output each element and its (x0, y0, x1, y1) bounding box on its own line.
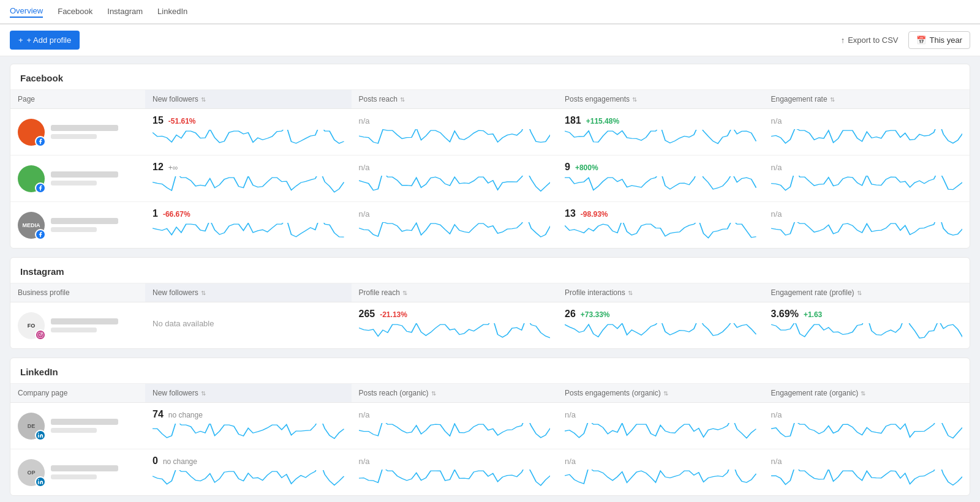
nav-instagram[interactable]: Instagram (107, 7, 143, 17)
main-content: Facebook Page New followers⇅ Posts reach… (0, 56, 980, 502)
metric-value: 3.69% (771, 309, 799, 320)
sparkline-chart (153, 176, 344, 193)
table-row: FO No data available 265 -21.13% 26 +73.… (10, 302, 970, 349)
sort-icon: ⇅ (628, 290, 633, 296)
li-col-engagement-rate[interactable]: Engagement rate (organic)⇅ (764, 384, 970, 403)
ig-col-page: Business profile (10, 283, 145, 302)
sparkline-chart (771, 423, 963, 440)
svg-point-4 (38, 432, 39, 433)
engagement-rate-cell: n/a (764, 155, 970, 202)
sort-icon: ⇅ (830, 96, 835, 103)
ig-col-profile-interactions[interactable]: Profile interactions⇅ (557, 283, 764, 302)
metric-na: n/a (771, 410, 963, 419)
metric-change: +115.48% (586, 117, 619, 126)
page-cell: DE (10, 403, 145, 449)
nav-facebook[interactable]: Facebook (58, 7, 92, 17)
add-profile-label: + Add profile (27, 36, 72, 45)
nav-linkedin[interactable]: LinkedIn (157, 7, 187, 17)
no-data-label: No data available (153, 319, 214, 328)
linkedin-title: LinkedIn (10, 358, 970, 384)
avatar: DE (18, 413, 45, 440)
sort-icon: ⇅ (431, 390, 436, 397)
sparkline-chart (359, 470, 551, 487)
sort-icon: ⇅ (402, 290, 407, 296)
fb-col-posts-engagements[interactable]: Posts engagements⇅ (557, 90, 764, 109)
li-col-posts-reach[interactable]: Posts reach (organic)⇅ (352, 384, 558, 403)
platform-badge (35, 136, 46, 147)
table-row: DE 74 no change n/a n/a n/a (10, 403, 970, 449)
new-followers-cell: 0 no change (145, 449, 352, 496)
table-row: MEDIA 1 -66.67% n/a 13 -98.93% (10, 202, 970, 249)
fb-col-new-followers[interactable]: New followers⇅ (145, 90, 352, 109)
sort-icon: ⇅ (857, 290, 862, 296)
fb-col-posts-reach[interactable]: Posts reach⇅ (352, 90, 558, 109)
platform-badge (35, 476, 46, 487)
page-cell (10, 109, 145, 155)
metric-value: 181 (565, 115, 581, 126)
metric-change: +∞ (168, 163, 178, 172)
metric-value: 15 (153, 115, 164, 126)
facebook-title: Facebook (10, 64, 970, 90)
plus-icon: + (18, 36, 23, 45)
sort-icon: ⇅ (663, 390, 668, 397)
avatar: OP (18, 459, 45, 486)
metric-na: n/a (359, 209, 551, 219)
li-col-new-followers[interactable]: New followers⇅ (145, 384, 352, 403)
svg-point-6 (38, 479, 39, 480)
sparkline-chart (565, 223, 756, 240)
avatar: MEDIA (18, 212, 45, 239)
metric-value: 12 (153, 162, 164, 173)
table-row: OP 0 no change n/a n/a n/a (10, 449, 970, 496)
metric-change: no change (168, 411, 203, 419)
profile-interactions-cell: 26 +73.33% (557, 302, 764, 349)
ig-col-engagement-rate[interactable]: Engagement rate (profile)⇅ (764, 283, 970, 302)
sparkline-chart (359, 323, 551, 340)
toolbar: + + Add profile ↑ Export to CSV 📅 This y… (0, 24, 980, 56)
sparkline-chart (771, 176, 963, 193)
add-profile-button[interactable]: + + Add profile (10, 31, 80, 50)
sparkline-chart (153, 470, 344, 487)
posts-reach-cell: n/a (352, 155, 558, 202)
sparkline-chart (359, 176, 551, 193)
sparkline-chart (771, 323, 963, 340)
metric-change: +800% (575, 163, 598, 172)
metric-na: n/a (359, 163, 551, 172)
instagram-title: Instagram (10, 258, 970, 283)
svg-rect-3 (38, 434, 39, 437)
sparkline-chart (565, 423, 756, 440)
facebook-section: Facebook Page New followers⇅ Posts reach… (10, 64, 970, 249)
svg-point-2 (42, 333, 42, 334)
sparkline-chart (565, 130, 756, 147)
profile-reach-cell: 265 -21.13% (352, 302, 558, 349)
engagement-rate-cell: n/a (764, 449, 970, 496)
metric-change: -98.93% (581, 210, 608, 219)
engagement-rate-cell: n/a (764, 202, 970, 249)
sparkline-chart (153, 130, 344, 147)
table-row: 12 +∞ n/a 9 +800% n/a (10, 155, 970, 202)
sparkline-chart (565, 470, 756, 487)
nav-overview[interactable]: Overview (10, 6, 43, 18)
sparkline-chart (565, 323, 756, 340)
metric-change: -66.67% (163, 210, 190, 219)
page-cell: FO (10, 302, 145, 349)
metric-na: n/a (359, 410, 551, 419)
upload-icon: ↑ (841, 36, 845, 45)
export-csv-button[interactable]: ↑ Export to CSV (841, 36, 899, 45)
ig-col-profile-reach[interactable]: Profile reach⇅ (352, 283, 558, 302)
metric-change: -51.61% (168, 117, 196, 126)
table-row: 15 -51.61% n/a 181 +115.48% n/a (10, 109, 970, 155)
sort-icon: ⇅ (201, 290, 206, 296)
li-col-posts-engagements[interactable]: Posts engagements (organic)⇅ (557, 384, 764, 403)
sparkline-chart (359, 129, 551, 146)
metric-na: n/a (359, 457, 551, 466)
fb-col-engagement-rate[interactable]: Engagement rate⇅ (764, 90, 970, 109)
sort-icon: ⇅ (400, 96, 405, 103)
metric-change: no change (163, 457, 197, 466)
page-cell: OP (10, 449, 145, 496)
page-cell: MEDIA (10, 202, 145, 249)
date-range-button[interactable]: 📅 This year (908, 31, 970, 49)
page-cell (10, 155, 145, 202)
new-followers-cell: 1 -66.67% (145, 202, 352, 249)
ig-col-new-followers[interactable]: New followers⇅ (145, 283, 352, 302)
new-followers-cell: 15 -51.61% (145, 109, 352, 155)
